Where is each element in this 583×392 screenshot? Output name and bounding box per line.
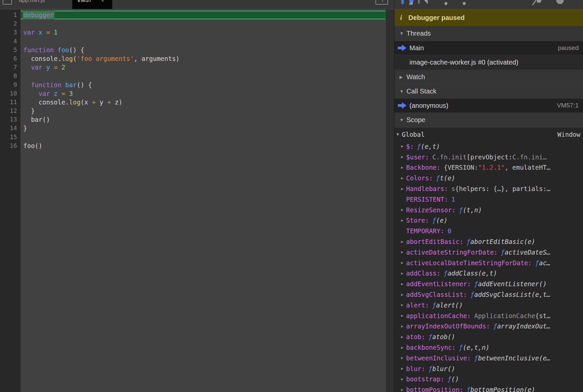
- code-line[interactable]: function foo() {: [21, 46, 385, 54]
- expand-icon[interactable]: ▶: [401, 155, 406, 159]
- line-number[interactable]: 13: [0, 115, 20, 124]
- scope-item[interactable]: ▶activeLocalDateTimeStringForDate:ƒ ac…: [394, 258, 583, 268]
- scope-item[interactable]: ▶addEventListener:ƒ addEventListener(): [394, 279, 583, 289]
- scope-item[interactable]: TEMPORARY:0: [394, 226, 583, 236]
- code-area[interactable]: debuggervar x = 1function foo() { consol…: [21, 9, 385, 392]
- expand-icon[interactable]: ▶: [401, 176, 406, 180]
- expand-icon[interactable]: ▶: [401, 293, 406, 297]
- code-line[interactable]: console.log('foo arguments', arguments): [21, 54, 385, 63]
- line-number[interactable]: 1: [0, 11, 20, 19]
- scope-item[interactable]: ▶Colors:ƒ t(e): [394, 173, 583, 183]
- tab-app-min-js[interactable]: app.min.js: [19, 0, 45, 4]
- scope-item[interactable]: ▶Handlebars:s {helpers: {…}, partials:…: [394, 183, 583, 194]
- pause-on-exceptions-icon[interactable]: [556, 0, 565, 5]
- scope-item[interactable]: ▶activeDateStringForDate:ƒ activeDateS…: [394, 247, 583, 258]
- code-line[interactable]: function bar() {: [21, 81, 385, 89]
- section-header-scope[interactable]: ▼ Scope: [394, 113, 583, 127]
- expand-icon[interactable]: ▶: [401, 377, 406, 381]
- expand-icon[interactable]: ▶: [401, 366, 406, 371]
- scope-item[interactable]: ▶addClass:ƒ addClass(e,t): [394, 268, 583, 279]
- chevron-down-icon[interactable]: ▼: [399, 117, 404, 122]
- thread-worker-row[interactable]: image-cache-worker.js #0 (activated): [394, 55, 583, 70]
- code-line[interactable]: var y = 2: [21, 63, 385, 72]
- line-number[interactable]: 15: [0, 133, 20, 141]
- line-number[interactable]: 6: [0, 54, 20, 63]
- line-number[interactable]: 8: [0, 72, 20, 80]
- expand-icon[interactable]: ▶: [401, 218, 406, 223]
- line-number[interactable]: 7: [0, 63, 20, 72]
- expand-icon[interactable]: ▶: [401, 144, 406, 148]
- chevron-down-icon[interactable]: ▼: [399, 31, 404, 36]
- line-number[interactable]: 9: [0, 81, 20, 89]
- line-number[interactable]: 2: [0, 19, 20, 28]
- expand-icon[interactable]: ▶: [401, 335, 406, 339]
- scope-item[interactable]: ▶addSvgClassList:ƒ addSvgClassList(e,t…: [394, 289, 583, 300]
- scope-item[interactable]: ▶Backbone:{VERSION: "1.2.1", emulateHT…: [394, 162, 583, 173]
- panel-toggle-icon[interactable]: [375, 0, 388, 5]
- expand-icon[interactable]: ▶: [401, 261, 406, 265]
- scope-item[interactable]: ▶bootstrap:ƒ (): [394, 374, 583, 385]
- callstack-location-badge[interactable]: VM57:1: [557, 102, 579, 109]
- expand-icon[interactable]: ▶: [401, 313, 406, 318]
- scope-global-row[interactable]: ▼ Global Window: [394, 127, 583, 141]
- code-line[interactable]: var x = 1: [21, 28, 385, 37]
- code-line[interactable]: [21, 72, 385, 80]
- execution-line[interactable]: debugger: [21, 11, 385, 19]
- scope-item[interactable]: ▶bottomPosition:ƒ bottomPosition(e): [394, 384, 583, 392]
- scope-item[interactable]: ▶$:ƒ (e,t): [394, 141, 583, 152]
- scope-item[interactable]: ▶blur:ƒ blur(): [394, 363, 583, 374]
- scope-item[interactable]: ▶ResizeSensor:ƒ (t,n): [394, 205, 583, 215]
- callstack-anonymous-row[interactable]: (anonymous) VM57:1: [394, 98, 583, 113]
- step-over-icon[interactable]: [418, 0, 427, 5]
- code-line[interactable]: console.log(x + y + z): [21, 98, 385, 106]
- expand-icon[interactable]: ▶: [401, 324, 406, 328]
- scope-item[interactable]: ▶Store:ƒ (e): [394, 215, 583, 226]
- section-header-call-stack[interactable]: ▼ Call Stack: [394, 85, 583, 98]
- expand-icon[interactable]: ▶: [401, 356, 406, 360]
- code-line[interactable]: [21, 133, 385, 141]
- scope-item[interactable]: ▶abortEditBasic:ƒ abortEditBasic(e): [394, 236, 583, 247]
- chevron-down-icon[interactable]: ▼: [396, 132, 401, 137]
- section-header-watch[interactable]: ▶ Watch: [394, 70, 583, 85]
- thread-main-row[interactable]: Main paused: [394, 41, 583, 55]
- code-line[interactable]: foo(): [21, 141, 385, 150]
- scope-item[interactable]: ▶applicationCache:ApplicationCache {st…: [394, 310, 583, 321]
- code-line[interactable]: }: [21, 124, 385, 132]
- expand-icon[interactable]: ▶: [401, 187, 406, 191]
- scope-item[interactable]: ▶alert:ƒ alert(): [394, 300, 583, 310]
- scope-item[interactable]: ▶arrayIndexOutOfBounds:ƒ arrayIndexOut…: [394, 321, 583, 332]
- scope-item[interactable]: ▶betweenInclusive:ƒ betweenInclusive(e…: [394, 353, 583, 363]
- section-header-threads[interactable]: ▼ Threads: [394, 26, 583, 41]
- step-out-icon[interactable]: [460, 0, 469, 5]
- chevron-down-icon[interactable]: ▼: [399, 89, 404, 94]
- line-number[interactable]: 5: [0, 46, 20, 54]
- line-number[interactable]: 12: [0, 106, 20, 115]
- line-number[interactable]: 10: [0, 89, 20, 98]
- expand-icon[interactable]: ▶: [401, 303, 406, 307]
- line-number[interactable]: 16: [0, 141, 20, 150]
- expand-icon[interactable]: ▶: [401, 250, 406, 254]
- editor-scrollbar[interactable]: [385, 9, 394, 392]
- deactivate-breakpoints-icon[interactable]: [534, 0, 543, 5]
- line-number[interactable]: 14: [0, 124, 20, 132]
- expand-icon[interactable]: ▶: [401, 345, 406, 350]
- code-line[interactable]: [21, 19, 385, 28]
- close-icon[interactable]: ×: [101, 0, 104, 4]
- code-line[interactable]: [21, 37, 385, 46]
- code-line[interactable]: }: [21, 106, 385, 115]
- code-line[interactable]: bar(): [21, 115, 385, 124]
- code-line[interactable]: var z = 3: [21, 89, 385, 98]
- tab-vm57[interactable]: VM57 ×: [72, 0, 112, 9]
- line-number[interactable]: 11: [0, 98, 20, 106]
- scope-item[interactable]: PERSISTENT:1: [394, 194, 583, 205]
- scope-item[interactable]: ▶atob:ƒ atob(): [394, 331, 583, 342]
- line-number[interactable]: 3: [0, 28, 20, 37]
- expand-icon[interactable]: ▶: [401, 282, 406, 286]
- expand-icon[interactable]: ▶: [401, 165, 406, 170]
- expand-icon[interactable]: ▶: [401, 388, 406, 392]
- code-editor[interactable]: 12345678910111213141516 debuggervar x = …: [0, 9, 385, 392]
- step-into-icon[interactable]: [442, 0, 451, 5]
- scope-item[interactable]: ▶backboneSync:ƒ (e,t,n): [394, 342, 583, 353]
- expand-icon[interactable]: ▶: [401, 240, 406, 244]
- line-number[interactable]: 4: [0, 37, 20, 46]
